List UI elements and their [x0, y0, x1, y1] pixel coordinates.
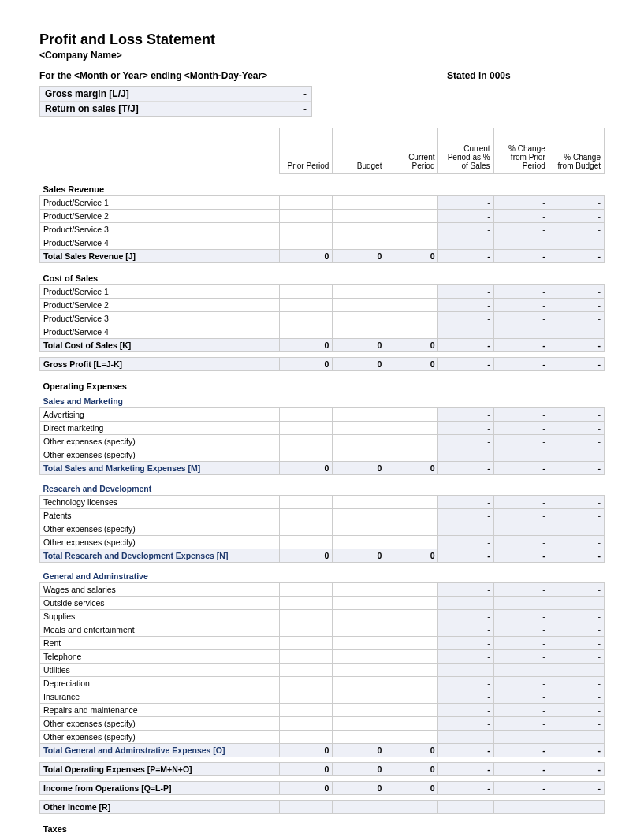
table-row: Product/Service 3--- [40, 223, 605, 236]
table-row: Rent--- [40, 637, 605, 650]
table-row: Other expenses (specify)--- [40, 536, 605, 549]
metrics-box: Gross margin [L/J] - Return on sales [T/… [39, 86, 312, 117]
stated-text: Stated in 000s [447, 70, 605, 81]
table-row: Product/Service 4--- [40, 325, 605, 339]
table-row: Outside services--- [40, 597, 605, 610]
section-header: Research and Development [40, 480, 605, 496]
period-text: For the <Month or Year> ending <Month-Da… [39, 70, 447, 81]
section-header: Operating Expenses [40, 376, 605, 392]
total-row: Total General and Adminstrative Expenses… [40, 744, 605, 757]
summary-row: Gross Profit [L=J-K]000--- [40, 358, 605, 371]
total-row: Total Cost of Sales [K]000--- [40, 339, 605, 352]
col-current-period: Current Period [385, 128, 438, 174]
total-row: Total Sales and Marketing Expenses [M]00… [40, 462, 605, 475]
section-header: Sales and Marketing [40, 392, 605, 408]
summary-row: Income from Operations [Q=L-P]000--- [40, 782, 605, 795]
table-row: Product/Service 2--- [40, 299, 605, 312]
col-pct-change-prior: % Change from Prior Period [493, 128, 549, 174]
col-pct-change-budget: % Change from Budget [549, 128, 604, 174]
page-title: Profit and Loss Statement [39, 32, 605, 48]
total-row: Total Sales Revenue [J]000--- [40, 250, 605, 263]
company-name: <Company Name> [39, 50, 605, 61]
col-pct-of-sales: Current Period as % of Sales [438, 128, 493, 174]
table-row: Product/Service 4--- [40, 236, 605, 250]
column-headers: Prior Period Budget Current Period Curre… [40, 128, 605, 174]
col-budget: Budget [333, 128, 385, 174]
summary-row: Total Operating Expenses [P=M+N+O]000--- [40, 763, 605, 776]
table-row: Telephone--- [40, 650, 605, 664]
table-row: Advertising--- [40, 408, 605, 422]
table-row: Other expenses (specify)--- [40, 717, 605, 731]
table-row: Product/Service 2--- [40, 210, 605, 223]
table-row: Other expenses (specify)--- [40, 731, 605, 744]
table-row: Product/Service 1--- [40, 196, 605, 210]
table-row: Supplies--- [40, 610, 605, 623]
section-header: Sales Revenue [40, 179, 605, 196]
table-row: Direct marketing--- [40, 422, 605, 435]
section-header: Taxes [40, 819, 605, 833]
section-header: Cost of Sales [40, 268, 605, 285]
section-header: General and Adminstrative [40, 567, 605, 583]
table-row: Other expenses (specify)--- [40, 448, 605, 462]
gross-margin-value: - [231, 87, 311, 101]
table-row: Product/Service 3--- [40, 312, 605, 325]
total-row: Total Research and Development Expenses … [40, 549, 605, 563]
col-prior-period: Prior Period [280, 128, 333, 174]
summary-row: Other Income [R] [40, 801, 605, 814]
table-row: Product/Service 1--- [40, 285, 605, 299]
table-row: Utilities--- [40, 664, 605, 677]
table-row: Technology licenses--- [40, 496, 605, 509]
table-row: Insurance--- [40, 690, 605, 704]
table-row: Repairs and maintenance--- [40, 704, 605, 717]
return-on-sales-label: Return on sales [T/J] [40, 102, 231, 116]
table-row: Depreciation--- [40, 677, 605, 690]
gross-margin-label: Gross margin [L/J] [40, 87, 231, 101]
table-row: Patents--- [40, 509, 605, 522]
return-on-sales-value: - [231, 102, 311, 116]
table-row: Other expenses (specify)--- [40, 435, 605, 448]
table-row: Wages and salaries--- [40, 583, 605, 597]
table-row: Meals and entertainment--- [40, 623, 605, 637]
pnl-table: Prior Period Budget Current Period Curre… [39, 128, 605, 833]
table-row: Other expenses (specify)--- [40, 522, 605, 536]
